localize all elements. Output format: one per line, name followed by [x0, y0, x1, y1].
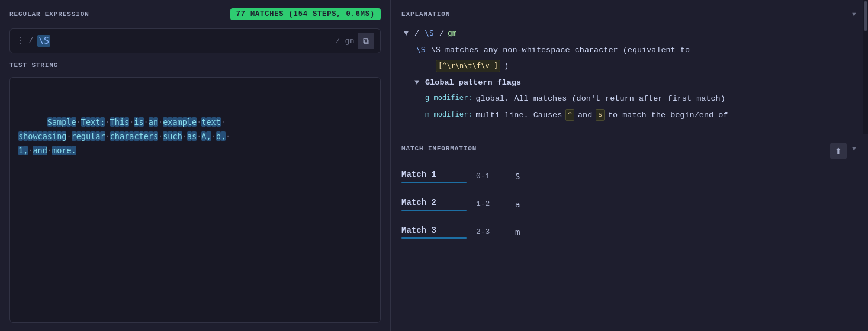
matched-char: a — [43, 131, 47, 141]
matched-char: a — [33, 146, 37, 155]
matched-char: s — [139, 117, 143, 127]
exp-m-modifier: m modifier: — [425, 109, 472, 120]
matched-char: 1 — [18, 146, 23, 155]
matched-char: m — [57, 117, 62, 127]
matched-char: g — [81, 131, 86, 141]
match-list: Match 1 0-1 S Match 2 1-2 a Match 3 2-3 … — [401, 163, 857, 246]
space-char: · — [76, 117, 81, 127]
matched-char: c — [173, 131, 178, 141]
matched-char: e — [76, 131, 81, 141]
matched-char: t — [139, 131, 144, 141]
test-string-area[interactable]: Sample·Text:·This·is·an·example·text· sh… — [9, 77, 381, 323]
space-char: · — [105, 131, 110, 141]
exp-toggle[interactable]: ▼ — [404, 27, 409, 40]
regex-value-display[interactable]: \S — [37, 36, 332, 46]
matched-char: i — [52, 131, 57, 141]
exp-slash-open: / — [414, 27, 419, 40]
matched-char: t — [216, 117, 221, 127]
matched-char: u — [168, 131, 172, 141]
matched-char: a — [52, 117, 57, 127]
matched-char: p — [182, 117, 187, 127]
regex-flags-display: / gm — [336, 37, 354, 46]
matched-char: . — [72, 146, 76, 155]
exp-regex-highlight: \S — [423, 27, 436, 40]
test-section-label: TEST STRING — [9, 62, 58, 69]
share-button[interactable]: ⬆ — [830, 143, 847, 159]
space-char: · — [66, 131, 71, 141]
match-underline — [401, 182, 467, 183]
exp-caret-badge: ^ — [565, 109, 574, 121]
match-item: Match 2 1-2 a — [401, 191, 857, 218]
matched-char: S — [47, 117, 52, 127]
matched-char: l — [187, 117, 192, 127]
space-char: · — [158, 117, 163, 127]
matched-char: x — [211, 117, 216, 127]
test-string-content: Sample·Text:·This·is·an·example·text· sh… — [18, 117, 230, 156]
matched-char: i — [120, 117, 124, 127]
match-range: 0-1 — [476, 172, 506, 181]
explanation-label: EXPLANATION — [401, 11, 450, 18]
match-info-collapse-icon[interactable]: ▾ — [851, 143, 857, 155]
matched-char: h — [115, 131, 120, 141]
exp-flags: gm — [448, 27, 457, 40]
matched-char: s — [47, 131, 52, 141]
matched-char: T — [81, 117, 86, 127]
matched-char: m — [178, 117, 182, 127]
matched-char: n — [153, 117, 158, 127]
matched-char: c — [134, 131, 139, 141]
matched-char: w — [33, 131, 37, 141]
match-value: a — [515, 200, 520, 209]
regex-input-container: ⋮ / \S / gm ⧉ — [9, 28, 381, 53]
match-underline — [401, 237, 467, 239]
space-char: · — [211, 131, 216, 141]
exp-m-and: and — [578, 109, 592, 122]
copy-button[interactable]: ⧉ — [358, 33, 374, 49]
explanation-collapse-icon[interactable]: ▾ — [851, 8, 857, 20]
exp-regex-label: \S — [414, 44, 427, 56]
match-label-col: Match 1 — [401, 170, 467, 183]
regex-handle-icon: ⋮ — [16, 35, 25, 47]
exp-global-flags-label: Global pattern flags — [425, 76, 521, 89]
match-label-col: Match 2 — [401, 198, 467, 211]
space-char: · — [144, 117, 149, 127]
matched-char: h — [178, 131, 182, 141]
matched-char: b — [216, 131, 221, 141]
matched-char: e — [192, 117, 197, 127]
match-badge: 77 matches (154 steps, 0.6ms) — [230, 8, 381, 20]
matched-char: c — [110, 131, 115, 141]
matched-char: T — [110, 117, 115, 127]
regex-highlighted-text: \S — [37, 35, 50, 47]
exp-slash-close: / — [439, 27, 444, 40]
match-info-label: MATCH INFORMATION — [401, 145, 477, 152]
exp-dollar-badge: $ — [596, 109, 605, 121]
matched-char: x — [91, 117, 95, 127]
matched-char: s — [153, 131, 158, 141]
space-char: · — [158, 131, 163, 141]
explanation-scrollbar[interactable] — [863, 0, 868, 134]
matched-char: e — [86, 117, 91, 127]
matched-char: e — [71, 117, 76, 127]
match-value: m — [515, 227, 520, 237]
space-char: · — [226, 131, 230, 141]
matched-char: d — [43, 146, 47, 155]
matched-char: r — [149, 131, 153, 141]
exp-m-end: to match the begin/end of — [608, 109, 728, 122]
matched-char: r — [100, 131, 105, 141]
match-info-section: MATCH INFORMATION ▾ ⬆ Match 1 0-1 S Matc… — [391, 134, 868, 331]
exp-bracket-close: ) — [504, 60, 509, 73]
matched-char: s — [192, 131, 197, 141]
matched-char: e — [66, 146, 71, 155]
matched-char: a — [120, 131, 124, 141]
exp-flags-toggle[interactable]: ▼ — [414, 76, 419, 89]
space-char: · — [105, 117, 110, 127]
regex-section-label: REGULAR EXPRESSION — [9, 11, 89, 18]
matched-char: u — [86, 131, 91, 141]
regex-open-slash: / — [28, 36, 34, 46]
match-underline — [401, 210, 467, 211]
matched-char: r — [124, 131, 129, 141]
exp-g-description: global. All matches (don't return after … — [475, 92, 725, 105]
match-value: S — [515, 172, 520, 181]
match-item: Match 1 0-1 S — [401, 163, 857, 191]
matched-char: s — [18, 131, 23, 141]
matched-char: a — [149, 117, 153, 127]
